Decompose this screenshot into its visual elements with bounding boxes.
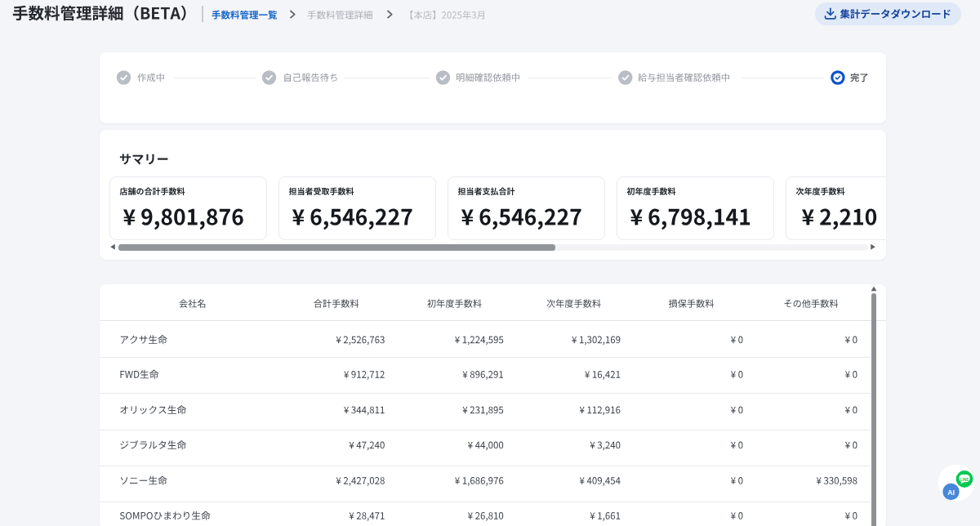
svg-text:LINE: LINE [960, 478, 969, 482]
svg-text:AI: AI [947, 488, 955, 497]
